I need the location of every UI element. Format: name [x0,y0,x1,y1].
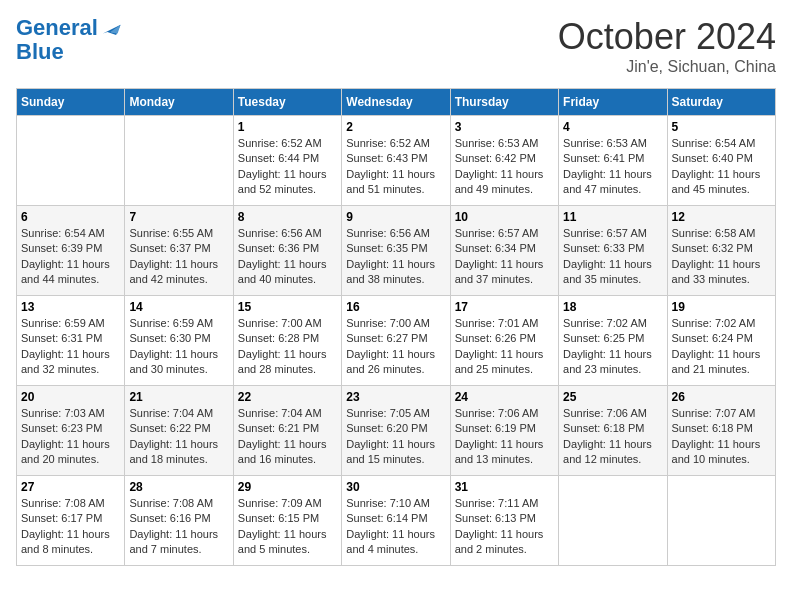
sunrise-text: Sunrise: 7:08 AM [21,497,105,509]
sunrise-text: Sunrise: 6:56 AM [346,227,430,239]
day-info: Sunrise: 7:10 AMSunset: 6:14 PMDaylight:… [346,496,445,558]
daylight-text: Daylight: 11 hours and 52 minutes. [238,168,327,195]
day-number: 29 [238,480,337,494]
sunset-text: Sunset: 6:44 PM [238,152,319,164]
sunset-text: Sunset: 6:42 PM [455,152,536,164]
day-info: Sunrise: 7:09 AMSunset: 6:15 PMDaylight:… [238,496,337,558]
col-header-tuesday: Tuesday [233,89,341,116]
sunset-text: Sunset: 6:13 PM [455,512,536,524]
sunrise-text: Sunrise: 6:57 AM [455,227,539,239]
day-cell: 13Sunrise: 6:59 AMSunset: 6:31 PMDayligh… [17,296,125,386]
day-number: 2 [346,120,445,134]
daylight-text: Daylight: 11 hours and 35 minutes. [563,258,652,285]
day-cell: 11Sunrise: 6:57 AMSunset: 6:33 PMDayligh… [559,206,667,296]
daylight-text: Daylight: 11 hours and 16 minutes. [238,438,327,465]
sunset-text: Sunset: 6:28 PM [238,332,319,344]
sunset-text: Sunset: 6:14 PM [346,512,427,524]
day-cell: 15Sunrise: 7:00 AMSunset: 6:28 PMDayligh… [233,296,341,386]
day-number: 28 [129,480,228,494]
week-row-1: 1Sunrise: 6:52 AMSunset: 6:44 PMDaylight… [17,116,776,206]
day-number: 10 [455,210,554,224]
daylight-text: Daylight: 11 hours and 15 minutes. [346,438,435,465]
day-info: Sunrise: 6:54 AMSunset: 6:39 PMDaylight:… [21,226,120,288]
sunrise-text: Sunrise: 7:04 AM [129,407,213,419]
daylight-text: Daylight: 11 hours and 28 minutes. [238,348,327,375]
day-cell: 24Sunrise: 7:06 AMSunset: 6:19 PMDayligh… [450,386,558,476]
week-row-5: 27Sunrise: 7:08 AMSunset: 6:17 PMDayligh… [17,476,776,566]
sunset-text: Sunset: 6:39 PM [21,242,102,254]
day-number: 21 [129,390,228,404]
day-number: 30 [346,480,445,494]
day-info: Sunrise: 6:59 AMSunset: 6:30 PMDaylight:… [129,316,228,378]
sunrise-text: Sunrise: 7:02 AM [563,317,647,329]
day-cell: 30Sunrise: 7:10 AMSunset: 6:14 PMDayligh… [342,476,450,566]
sunrise-text: Sunrise: 7:02 AM [672,317,756,329]
sunrise-text: Sunrise: 6:53 AM [563,137,647,149]
daylight-text: Daylight: 11 hours and 23 minutes. [563,348,652,375]
sunrise-text: Sunrise: 6:58 AM [672,227,756,239]
sunrise-text: Sunrise: 6:56 AM [238,227,322,239]
day-info: Sunrise: 6:57 AMSunset: 6:33 PMDaylight:… [563,226,662,288]
day-cell: 19Sunrise: 7:02 AMSunset: 6:24 PMDayligh… [667,296,775,386]
day-number: 27 [21,480,120,494]
day-info: Sunrise: 7:02 AMSunset: 6:25 PMDaylight:… [563,316,662,378]
day-number: 3 [455,120,554,134]
sunrise-text: Sunrise: 7:00 AM [238,317,322,329]
sunset-text: Sunset: 6:43 PM [346,152,427,164]
sunset-text: Sunset: 6:15 PM [238,512,319,524]
day-cell: 29Sunrise: 7:09 AMSunset: 6:15 PMDayligh… [233,476,341,566]
day-info: Sunrise: 7:06 AMSunset: 6:19 PMDaylight:… [455,406,554,468]
day-cell: 1Sunrise: 6:52 AMSunset: 6:44 PMDaylight… [233,116,341,206]
sunrise-text: Sunrise: 6:57 AM [563,227,647,239]
month-title: October 2024 [558,16,776,58]
daylight-text: Daylight: 11 hours and 37 minutes. [455,258,544,285]
daylight-text: Daylight: 11 hours and 45 minutes. [672,168,761,195]
day-cell: 22Sunrise: 7:04 AMSunset: 6:21 PMDayligh… [233,386,341,476]
daylight-text: Daylight: 11 hours and 26 minutes. [346,348,435,375]
day-cell: 26Sunrise: 7:07 AMSunset: 6:18 PMDayligh… [667,386,775,476]
day-cell: 5Sunrise: 6:54 AMSunset: 6:40 PMDaylight… [667,116,775,206]
col-header-sunday: Sunday [17,89,125,116]
sunset-text: Sunset: 6:31 PM [21,332,102,344]
sunset-text: Sunset: 6:30 PM [129,332,210,344]
sunrise-text: Sunrise: 6:53 AM [455,137,539,149]
day-cell: 8Sunrise: 6:56 AMSunset: 6:36 PMDaylight… [233,206,341,296]
day-info: Sunrise: 7:00 AMSunset: 6:28 PMDaylight:… [238,316,337,378]
sunset-text: Sunset: 6:24 PM [672,332,753,344]
day-cell: 10Sunrise: 6:57 AMSunset: 6:34 PMDayligh… [450,206,558,296]
day-number: 31 [455,480,554,494]
sunset-text: Sunset: 6:40 PM [672,152,753,164]
day-info: Sunrise: 7:11 AMSunset: 6:13 PMDaylight:… [455,496,554,558]
sunset-text: Sunset: 6:34 PM [455,242,536,254]
page-header: General Blue October 2024 Jin'e, Sichuan… [16,16,776,76]
sunset-text: Sunset: 6:33 PM [563,242,644,254]
day-info: Sunrise: 7:04 AMSunset: 6:22 PMDaylight:… [129,406,228,468]
sunrise-text: Sunrise: 7:09 AM [238,497,322,509]
sunrise-text: Sunrise: 6:59 AM [21,317,105,329]
daylight-text: Daylight: 11 hours and 47 minutes. [563,168,652,195]
day-info: Sunrise: 6:52 AMSunset: 6:44 PMDaylight:… [238,136,337,198]
day-cell: 23Sunrise: 7:05 AMSunset: 6:20 PMDayligh… [342,386,450,476]
daylight-text: Daylight: 11 hours and 12 minutes. [563,438,652,465]
day-cell: 31Sunrise: 7:11 AMSunset: 6:13 PMDayligh… [450,476,558,566]
daylight-text: Daylight: 11 hours and 21 minutes. [672,348,761,375]
day-info: Sunrise: 7:00 AMSunset: 6:27 PMDaylight:… [346,316,445,378]
day-cell: 27Sunrise: 7:08 AMSunset: 6:17 PMDayligh… [17,476,125,566]
sunset-text: Sunset: 6:35 PM [346,242,427,254]
day-cell: 28Sunrise: 7:08 AMSunset: 6:16 PMDayligh… [125,476,233,566]
day-info: Sunrise: 6:56 AMSunset: 6:36 PMDaylight:… [238,226,337,288]
col-header-saturday: Saturday [667,89,775,116]
day-info: Sunrise: 6:53 AMSunset: 6:42 PMDaylight:… [455,136,554,198]
daylight-text: Daylight: 11 hours and 42 minutes. [129,258,218,285]
day-number: 24 [455,390,554,404]
daylight-text: Daylight: 11 hours and 51 minutes. [346,168,435,195]
day-number: 7 [129,210,228,224]
logo-blue: Blue [16,39,64,64]
sunset-text: Sunset: 6:17 PM [21,512,102,524]
daylight-text: Daylight: 11 hours and 7 minutes. [129,528,218,555]
day-number: 23 [346,390,445,404]
sunset-text: Sunset: 6:18 PM [672,422,753,434]
day-cell: 16Sunrise: 7:00 AMSunset: 6:27 PMDayligh… [342,296,450,386]
sunset-text: Sunset: 6:16 PM [129,512,210,524]
day-number: 9 [346,210,445,224]
